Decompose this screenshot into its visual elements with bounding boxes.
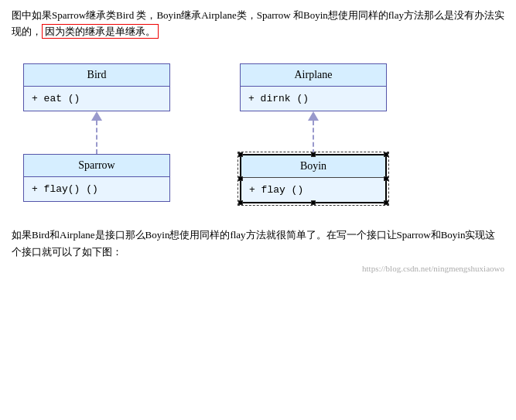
bird-eat-method: + eat () bbox=[32, 93, 80, 104]
airplane-class: Airplane + dirnk () bbox=[240, 63, 387, 111]
right-arrow-line bbox=[313, 121, 314, 154]
boyin-class-header: Boyin bbox=[241, 155, 385, 178]
airplane-class-header: Airplane bbox=[241, 64, 386, 87]
sparrow-class: Sparrow + flay() () bbox=[23, 154, 170, 202]
left-diagram: Bird + eat () Sparrow + flay() () bbox=[12, 63, 182, 203]
boyin-flay-method: + flay () bbox=[249, 184, 303, 196]
handle-top-right[interactable] bbox=[384, 152, 388, 157]
right-diagram: Airplane + dirnk () Boyin bbox=[228, 63, 398, 203]
left-arrow-head bbox=[91, 111, 102, 121]
bird-class-header: Bird bbox=[24, 64, 169, 87]
left-arrow-line bbox=[96, 121, 97, 154]
boyin-class-body: + flay () bbox=[241, 178, 385, 202]
handle-mid-left[interactable] bbox=[238, 176, 243, 181]
sparrow-class-header: Sparrow bbox=[24, 155, 169, 177]
handle-bottom-left[interactable] bbox=[238, 200, 243, 205]
intro-paragraph: 图中如果Sparrow继承类Bird 类，Boyin继承Airplane类，Sp… bbox=[12, 8, 504, 40]
sparrow-class-body: + flay() () bbox=[24, 177, 169, 201]
airplane-class-name: Airplane bbox=[295, 69, 333, 80]
intro-highlight: 因为类的继承是单继承。 bbox=[42, 24, 159, 39]
boyin-class[interactable]: Boyin + flay () bbox=[240, 154, 387, 203]
right-arrow bbox=[240, 111, 387, 154]
handle-top-left[interactable] bbox=[238, 152, 243, 157]
sparrow-class-name: Sparrow bbox=[78, 159, 114, 171]
right-inheritance-arrow bbox=[308, 111, 319, 154]
handle-top-mid[interactable] bbox=[311, 152, 316, 157]
airplane-class-body: + dirnk () bbox=[241, 87, 386, 111]
right-arrow-head bbox=[308, 111, 319, 121]
left-arrow bbox=[23, 111, 170, 154]
handle-bottom-mid[interactable] bbox=[311, 200, 316, 205]
bird-class: Bird + eat () bbox=[23, 63, 170, 111]
left-inheritance-arrow bbox=[91, 111, 102, 154]
handle-bottom-right[interactable] bbox=[384, 200, 388, 205]
boyin-class-name: Boyin bbox=[300, 160, 326, 172]
sparrow-flay-method: + flay() () bbox=[32, 183, 98, 195]
bird-class-name: Bird bbox=[87, 69, 107, 80]
bird-class-body: + eat () bbox=[24, 87, 169, 111]
footer-text: 如果Bird和Airplane是接口那么Boyin想使用同样的flay方法就很简… bbox=[12, 229, 495, 258]
handle-mid-right[interactable] bbox=[384, 176, 388, 181]
uml-diagram: Bird + eat () Sparrow + flay() () bbox=[12, 56, 504, 211]
airplane-drink-method: + dirnk () bbox=[248, 93, 309, 104]
footer-paragraph: 如果Bird和Airplane是接口那么Boyin想使用同样的flay方法就很简… bbox=[12, 227, 504, 261]
watermark: https://blog.csdn.net/ningmengshuxiaowo bbox=[12, 264, 504, 273]
